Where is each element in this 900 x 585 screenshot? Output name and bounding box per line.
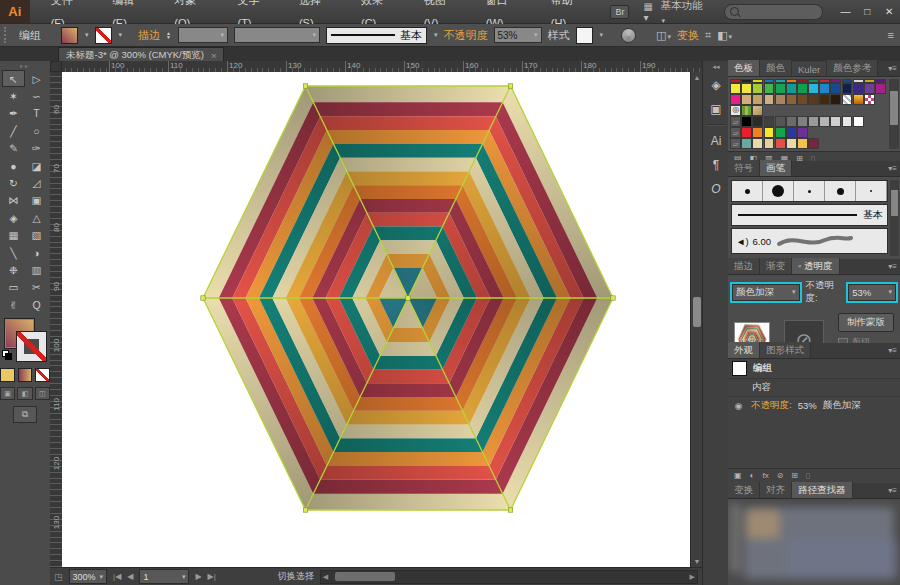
swatch[interactable] — [875, 83, 886, 94]
stroke-color-swatch[interactable] — [95, 27, 112, 44]
tab-色板[interactable]: 色板 — [728, 60, 760, 76]
gradient-button[interactable] — [18, 368, 33, 382]
swatch[interactable] — [808, 83, 819, 94]
hexagon-artwork[interactable] — [198, 81, 618, 515]
swatch[interactable] — [730, 83, 741, 94]
document-tab[interactable]: 未标题-3* @ 300% (CMYK/预览) × — [58, 47, 224, 62]
swatch[interactable] — [808, 138, 819, 149]
magic-wand-tool[interactable]: ✶ — [2, 87, 25, 104]
rotate-tool[interactable]: ↻ — [2, 174, 25, 191]
zoom-level-dropdown[interactable]: 300%▾ — [69, 569, 108, 584]
tab-变换[interactable]: 变换 — [728, 482, 760, 498]
swatch[interactable] — [842, 116, 853, 127]
pencil-tool[interactable]: ✑ — [25, 140, 48, 157]
swatch[interactable] — [775, 94, 786, 105]
swatch[interactable] — [741, 116, 752, 127]
fill-color-swatch[interactable] — [61, 27, 78, 44]
direct-selection-tool[interactable]: ▷ — [25, 70, 48, 87]
swatch[interactable] — [775, 116, 786, 127]
swatch[interactable] — [764, 127, 775, 138]
swatch[interactable] — [764, 138, 775, 149]
artboards-panel-icon[interactable]: ▣ — [703, 97, 729, 121]
swatch[interactable] — [819, 94, 830, 105]
tab-颜色[interactable]: 颜色 — [760, 60, 792, 76]
artboard-tool[interactable]: ▭ — [2, 279, 25, 296]
width-tool[interactable]: ⋈ — [2, 192, 25, 209]
stroke-dropdown-icon[interactable]: ▾ — [119, 31, 123, 39]
calligraphic-brush[interactable] — [825, 181, 856, 201]
ruler-origin-box[interactable] — [50, 61, 62, 72]
shape-tool[interactable]: ○ — [25, 122, 48, 139]
style-swatch[interactable] — [576, 27, 593, 44]
pattern-swatch[interactable] — [864, 94, 875, 105]
opacity-dropdown[interactable]: 53%▾ — [494, 27, 542, 43]
swatch[interactable] — [797, 127, 808, 138]
arrange-documents-icon[interactable]: ▦ ▾ — [643, 1, 660, 23]
search-input[interactable] — [724, 4, 823, 20]
swatch[interactable] — [786, 138, 797, 149]
swatch[interactable] — [808, 116, 819, 127]
close-button[interactable]: ✕ — [878, 0, 900, 23]
swatch[interactable] — [819, 116, 830, 127]
brush-definition-dropdown[interactable]: 基本 — [326, 27, 427, 44]
tab-外观[interactable]: 外观 — [728, 342, 760, 358]
swatch[interactable] — [797, 116, 808, 127]
swatch[interactable] — [842, 83, 853, 94]
default-fill-stroke-icon[interactable] — [2, 350, 11, 359]
blend-tool[interactable]: ◑ — [25, 244, 48, 261]
add-new-stroke-icon[interactable]: ▣ — [734, 471, 742, 480]
tab-Kuler[interactable]: Kuler — [792, 62, 827, 76]
change-screen-mode-icon[interactable]: ⧉ — [13, 406, 37, 423]
style-dropdown-icon[interactable]: ▾ — [600, 31, 604, 39]
brushes-scrollbar[interactable] — [890, 180, 899, 256]
zoom-tool[interactable]: Q — [25, 296, 48, 313]
scroll-left-icon[interactable]: ◀ — [323, 573, 328, 581]
swatch[interactable] — [830, 83, 841, 94]
tab-图形样式[interactable]: 图形样式 — [760, 342, 811, 358]
lasso-tool[interactable]: ∽ — [25, 87, 48, 104]
blend-mode-dropdown[interactable]: 颜色加深▾ — [732, 284, 800, 301]
swatch[interactable] — [830, 116, 841, 127]
minimize-button[interactable]: — — [835, 0, 857, 23]
swatch[interactable] — [786, 94, 797, 105]
duplicate-item-icon[interactable]: ⊞ — [791, 471, 798, 480]
tab-画笔[interactable]: 画笔 — [760, 160, 792, 176]
tab-渐变[interactable]: 渐变 — [760, 258, 792, 274]
isolate-object-icon[interactable]: ⌗ — [705, 29, 711, 42]
line-segment-tool[interactable]: ╱ — [2, 122, 25, 139]
color-button[interactable] — [0, 368, 15, 382]
swatch[interactable] — [741, 138, 752, 149]
symbol-sprayer-tool[interactable]: ❉ — [2, 261, 25, 278]
none-button[interactable] — [35, 368, 50, 382]
swatch[interactable] — [741, 83, 752, 94]
paragraph-panel-icon[interactable]: ¶ — [703, 153, 729, 177]
slice-tool[interactable]: ✂ — [25, 279, 48, 296]
appearance-opacity-row[interactable]: ◉ 不透明度: 53% 颜色加深 — [728, 397, 900, 414]
maximize-button[interactable]: □ — [856, 0, 878, 23]
eyedropper-tool[interactable]: ╲ — [2, 244, 25, 261]
basic-brush-row[interactable]: 基本 — [731, 204, 888, 226]
scroll-right-icon[interactable]: ▶ — [690, 573, 695, 581]
swatch[interactable] — [752, 138, 763, 149]
gradient-tool[interactable]: ▧ — [25, 227, 48, 244]
stroke-weight-stepper[interactable]: ▲▼ — [166, 31, 171, 39]
fill-dropdown-icon[interactable]: ▾ — [85, 31, 89, 39]
swatch-group-folder-icon[interactable]: ▱ — [730, 138, 741, 149]
pattern-swatch[interactable] — [752, 105, 763, 116]
swatch[interactable] — [741, 127, 752, 138]
paintbrush-tool[interactable]: ✎ — [2, 140, 25, 157]
horizontal-scrollbar[interactable]: ◀ ▶ — [320, 570, 698, 584]
swatch[interactable] — [764, 83, 775, 94]
calligraphic-brush-row[interactable] — [731, 180, 888, 202]
mesh-tool[interactable]: ▦ — [2, 227, 25, 244]
pen-tool[interactable]: ✒ — [2, 105, 25, 122]
pattern-swatch[interactable] — [842, 94, 853, 105]
last-artboard-icon[interactable]: ▶| — [208, 572, 216, 581]
swatch[interactable] — [730, 94, 741, 105]
calligraphic-brush[interactable] — [732, 181, 763, 201]
delete-item-icon[interactable]: ▯ — [806, 471, 810, 480]
swatch[interactable] — [786, 116, 797, 127]
swatch[interactable] — [808, 94, 819, 105]
align-dropdown-icon[interactable]: ◫▾ — [656, 29, 671, 42]
calligraphic-brush[interactable] — [794, 181, 825, 201]
